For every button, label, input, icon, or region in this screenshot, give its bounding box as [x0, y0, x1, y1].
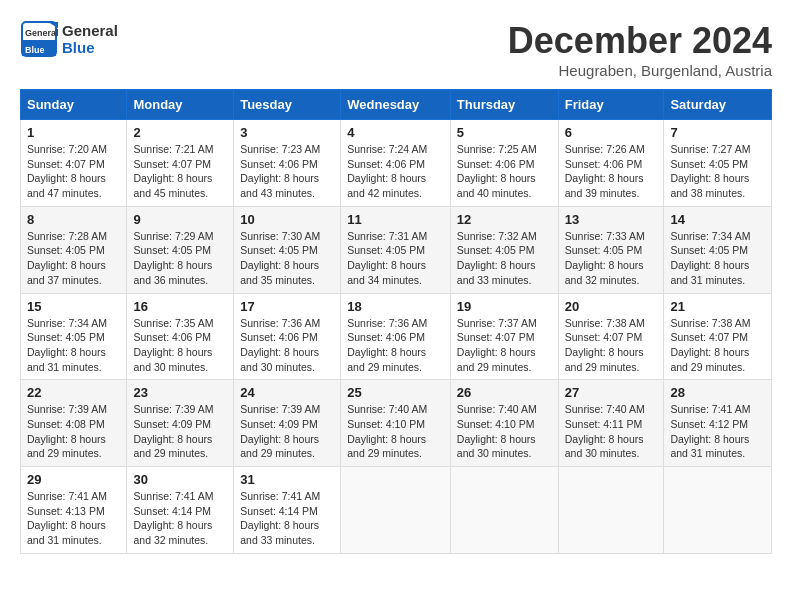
logo: General Blue General Blue — [20, 20, 118, 58]
day-number: 24 — [240, 385, 334, 400]
empty-cell — [450, 467, 558, 554]
day-number: 21 — [670, 299, 765, 314]
day-number: 9 — [133, 212, 227, 227]
calendar-day-18: 18Sunrise: 7:36 AMSunset: 4:06 PMDayligh… — [341, 293, 451, 380]
day-number: 16 — [133, 299, 227, 314]
calendar-day-5: 5Sunrise: 7:25 AMSunset: 4:06 PMDaylight… — [450, 120, 558, 207]
weekday-header-friday: Friday — [558, 90, 664, 120]
day-info: Sunrise: 7:32 AMSunset: 4:05 PMDaylight:… — [457, 229, 552, 288]
calendar-day-17: 17Sunrise: 7:36 AMSunset: 4:06 PMDayligh… — [234, 293, 341, 380]
calendar-day-25: 25Sunrise: 7:40 AMSunset: 4:10 PMDayligh… — [341, 380, 451, 467]
calendar-table: SundayMondayTuesdayWednesdayThursdayFrid… — [20, 89, 772, 554]
day-number: 17 — [240, 299, 334, 314]
calendar-day-8: 8Sunrise: 7:28 AMSunset: 4:05 PMDaylight… — [21, 206, 127, 293]
day-number: 12 — [457, 212, 552, 227]
day-info: Sunrise: 7:40 AMSunset: 4:11 PMDaylight:… — [565, 402, 658, 461]
day-number: 30 — [133, 472, 227, 487]
day-number: 8 — [27, 212, 120, 227]
day-info: Sunrise: 7:41 AMSunset: 4:14 PMDaylight:… — [133, 489, 227, 548]
day-number: 10 — [240, 212, 334, 227]
page-header: General Blue General Blue December 2024 … — [20, 20, 772, 79]
day-number: 6 — [565, 125, 658, 140]
empty-cell — [664, 467, 772, 554]
day-info: Sunrise: 7:28 AMSunset: 4:05 PMDaylight:… — [27, 229, 120, 288]
calendar-day-11: 11Sunrise: 7:31 AMSunset: 4:05 PMDayligh… — [341, 206, 451, 293]
calendar-week-3: 15Sunrise: 7:34 AMSunset: 4:05 PMDayligh… — [21, 293, 772, 380]
day-number: 1 — [27, 125, 120, 140]
logo-general: General — [62, 22, 118, 39]
weekday-header-tuesday: Tuesday — [234, 90, 341, 120]
day-info: Sunrise: 7:41 AMSunset: 4:13 PMDaylight:… — [27, 489, 120, 548]
day-number: 25 — [347, 385, 444, 400]
calendar-day-26: 26Sunrise: 7:40 AMSunset: 4:10 PMDayligh… — [450, 380, 558, 467]
logo-icon: General Blue — [20, 20, 58, 58]
day-info: Sunrise: 7:24 AMSunset: 4:06 PMDaylight:… — [347, 142, 444, 201]
day-number: 5 — [457, 125, 552, 140]
day-number: 7 — [670, 125, 765, 140]
calendar-day-6: 6Sunrise: 7:26 AMSunset: 4:06 PMDaylight… — [558, 120, 664, 207]
calendar-day-20: 20Sunrise: 7:38 AMSunset: 4:07 PMDayligh… — [558, 293, 664, 380]
calendar-day-4: 4Sunrise: 7:24 AMSunset: 4:06 PMDaylight… — [341, 120, 451, 207]
day-info: Sunrise: 7:26 AMSunset: 4:06 PMDaylight:… — [565, 142, 658, 201]
day-number: 4 — [347, 125, 444, 140]
day-info: Sunrise: 7:39 AMSunset: 4:08 PMDaylight:… — [27, 402, 120, 461]
calendar-day-13: 13Sunrise: 7:33 AMSunset: 4:05 PMDayligh… — [558, 206, 664, 293]
day-number: 18 — [347, 299, 444, 314]
day-info: Sunrise: 7:23 AMSunset: 4:06 PMDaylight:… — [240, 142, 334, 201]
day-info: Sunrise: 7:33 AMSunset: 4:05 PMDaylight:… — [565, 229, 658, 288]
weekday-header-wednesday: Wednesday — [341, 90, 451, 120]
day-info: Sunrise: 7:20 AMSunset: 4:07 PMDaylight:… — [27, 142, 120, 201]
day-number: 22 — [27, 385, 120, 400]
day-info: Sunrise: 7:29 AMSunset: 4:05 PMDaylight:… — [133, 229, 227, 288]
day-info: Sunrise: 7:34 AMSunset: 4:05 PMDaylight:… — [670, 229, 765, 288]
day-info: Sunrise: 7:39 AMSunset: 4:09 PMDaylight:… — [240, 402, 334, 461]
calendar-week-5: 29Sunrise: 7:41 AMSunset: 4:13 PMDayligh… — [21, 467, 772, 554]
weekday-header-saturday: Saturday — [664, 90, 772, 120]
calendar-day-29: 29Sunrise: 7:41 AMSunset: 4:13 PMDayligh… — [21, 467, 127, 554]
calendar-day-22: 22Sunrise: 7:39 AMSunset: 4:08 PMDayligh… — [21, 380, 127, 467]
day-number: 3 — [240, 125, 334, 140]
empty-cell — [341, 467, 451, 554]
calendar-day-1: 1Sunrise: 7:20 AMSunset: 4:07 PMDaylight… — [21, 120, 127, 207]
day-info: Sunrise: 7:41 AMSunset: 4:14 PMDaylight:… — [240, 489, 334, 548]
calendar-day-15: 15Sunrise: 7:34 AMSunset: 4:05 PMDayligh… — [21, 293, 127, 380]
title-block: December 2024 Heugraben, Burgenland, Aus… — [508, 20, 772, 79]
calendar-day-28: 28Sunrise: 7:41 AMSunset: 4:12 PMDayligh… — [664, 380, 772, 467]
day-number: 26 — [457, 385, 552, 400]
calendar-day-10: 10Sunrise: 7:30 AMSunset: 4:05 PMDayligh… — [234, 206, 341, 293]
day-info: Sunrise: 7:38 AMSunset: 4:07 PMDaylight:… — [670, 316, 765, 375]
day-info: Sunrise: 7:36 AMSunset: 4:06 PMDaylight:… — [240, 316, 334, 375]
day-number: 20 — [565, 299, 658, 314]
day-number: 15 — [27, 299, 120, 314]
weekday-header-sunday: Sunday — [21, 90, 127, 120]
day-number: 29 — [27, 472, 120, 487]
day-number: 28 — [670, 385, 765, 400]
calendar-day-14: 14Sunrise: 7:34 AMSunset: 4:05 PMDayligh… — [664, 206, 772, 293]
weekday-header-monday: Monday — [127, 90, 234, 120]
day-info: Sunrise: 7:40 AMSunset: 4:10 PMDaylight:… — [347, 402, 444, 461]
day-info: Sunrise: 7:38 AMSunset: 4:07 PMDaylight:… — [565, 316, 658, 375]
calendar-day-2: 2Sunrise: 7:21 AMSunset: 4:07 PMDaylight… — [127, 120, 234, 207]
day-info: Sunrise: 7:30 AMSunset: 4:05 PMDaylight:… — [240, 229, 334, 288]
weekday-header-thursday: Thursday — [450, 90, 558, 120]
location-subtitle: Heugraben, Burgenland, Austria — [508, 62, 772, 79]
day-number: 11 — [347, 212, 444, 227]
day-info: Sunrise: 7:39 AMSunset: 4:09 PMDaylight:… — [133, 402, 227, 461]
day-number: 14 — [670, 212, 765, 227]
calendar-day-7: 7Sunrise: 7:27 AMSunset: 4:05 PMDaylight… — [664, 120, 772, 207]
day-info: Sunrise: 7:27 AMSunset: 4:05 PMDaylight:… — [670, 142, 765, 201]
calendar-day-21: 21Sunrise: 7:38 AMSunset: 4:07 PMDayligh… — [664, 293, 772, 380]
day-info: Sunrise: 7:25 AMSunset: 4:06 PMDaylight:… — [457, 142, 552, 201]
day-info: Sunrise: 7:41 AMSunset: 4:12 PMDaylight:… — [670, 402, 765, 461]
day-info: Sunrise: 7:40 AMSunset: 4:10 PMDaylight:… — [457, 402, 552, 461]
calendar-day-23: 23Sunrise: 7:39 AMSunset: 4:09 PMDayligh… — [127, 380, 234, 467]
logo-blue: Blue — [62, 39, 118, 56]
empty-cell — [558, 467, 664, 554]
calendar-week-1: 1Sunrise: 7:20 AMSunset: 4:07 PMDaylight… — [21, 120, 772, 207]
day-info: Sunrise: 7:34 AMSunset: 4:05 PMDaylight:… — [27, 316, 120, 375]
calendar-day-30: 30Sunrise: 7:41 AMSunset: 4:14 PMDayligh… — [127, 467, 234, 554]
calendar-header-row: SundayMondayTuesdayWednesdayThursdayFrid… — [21, 90, 772, 120]
calendar-day-9: 9Sunrise: 7:29 AMSunset: 4:05 PMDaylight… — [127, 206, 234, 293]
day-number: 27 — [565, 385, 658, 400]
day-number: 23 — [133, 385, 227, 400]
